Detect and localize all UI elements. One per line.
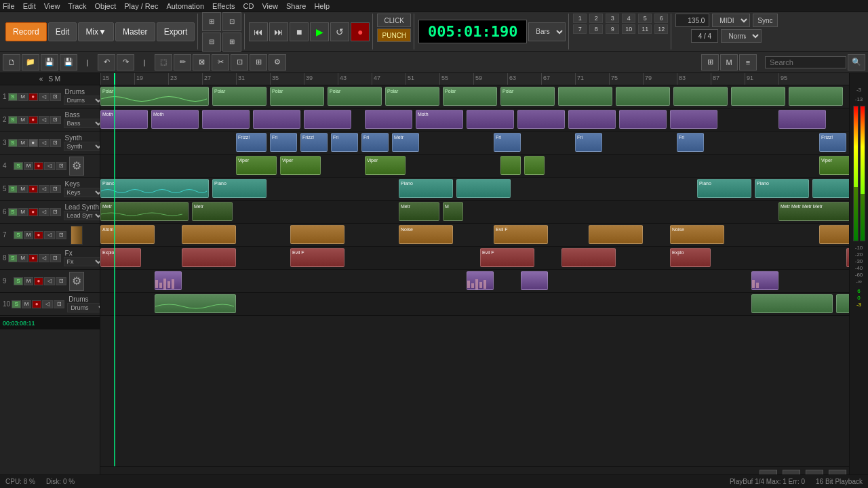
solo-btn-10[interactable]: S (12, 300, 21, 308)
some-btn3[interactable]: ⊟ (202, 33, 221, 52)
click-button[interactable]: CLICK (377, 14, 411, 27)
ch-btn-4[interactable]: 4 (622, 14, 635, 23)
clip-synth-8[interactable]: Fri (575, 133, 602, 152)
midi-select[interactable]: MIDI (712, 14, 750, 27)
record-btn-7[interactable]: ● (34, 231, 43, 239)
fx-btn-6[interactable]: ◁ (39, 208, 50, 216)
undo-button[interactable]: ↶ (98, 54, 115, 70)
fx-btn-1[interactable]: ◁ (39, 93, 50, 101)
clip-bass-5[interactable] (304, 110, 351, 129)
clip-drums-4[interactable]: Polar (328, 87, 382, 106)
clip-bass-9[interactable] (517, 110, 565, 129)
clip-synth-1[interactable]: Frizz! (236, 133, 267, 152)
clip-d10-3[interactable] (836, 294, 849, 313)
vol-btn-7[interactable]: ⊡ (56, 231, 66, 239)
solo-btn-7[interactable]: S (14, 231, 23, 239)
clip-9-4[interactable] (751, 271, 778, 290)
collapse-all-btn[interactable]: « (39, 75, 43, 83)
vol-btn-10[interactable]: ⊡ (54, 300, 64, 308)
clip-bass-12[interactable] (670, 110, 717, 129)
clip-drums-6[interactable]: Polar (443, 87, 497, 106)
track-lane-3[interactable]: Frizz! Fri Frizz! Fri Fri Metr F (100, 131, 849, 155)
stop-button[interactable]: ■ (290, 22, 309, 41)
clip-keys-4[interactable] (456, 179, 511, 198)
clip-drums-11[interactable] (731, 87, 785, 106)
mute-btn-6[interactable]: M (18, 208, 28, 216)
clip-synth-9[interactable]: Fri (677, 133, 704, 152)
clip-drums-1[interactable]: Polar (100, 87, 209, 106)
solo-btn-8[interactable]: S (8, 254, 18, 262)
clip-lead-4[interactable]: M (443, 202, 463, 221)
clip-drums-10[interactable] (673, 87, 728, 106)
clip-drums-8[interactable] (558, 87, 612, 106)
track-instrument-8[interactable]: Fx (64, 257, 100, 266)
clip-drums-2[interactable]: Polar (212, 87, 267, 106)
ch-btn-11[interactable]: 11 (638, 24, 652, 34)
record-transport-button[interactable]: ● (351, 22, 370, 41)
clip-keys-6[interactable]: Piano (755, 179, 809, 198)
rewind-button[interactable]: ⏮ (249, 22, 268, 41)
clip-bass-6[interactable] (365, 110, 412, 129)
ch-btn-5[interactable]: 5 (638, 14, 652, 23)
record-btn-6[interactable]: ● (28, 208, 38, 216)
menu-item-play[interactable]: Play / Rec (124, 2, 158, 10)
fx-btn-7[interactable]: ◁ (44, 231, 55, 239)
clip-7-6[interactable] (589, 225, 643, 244)
some-btn2[interactable]: ⊡ (222, 12, 241, 31)
clip-synth-7[interactable]: Fri (494, 133, 521, 152)
mute-btn-9[interactable]: M (24, 277, 33, 285)
vol-btn-9[interactable]: ⊡ (56, 277, 66, 285)
solo-btn-6[interactable]: S (8, 208, 18, 216)
copy-tool[interactable]: ⊡ (231, 54, 248, 70)
clip-4-2[interactable]: Viper (280, 156, 321, 175)
sync-button[interactable]: Sync (753, 14, 777, 27)
clip-7-5[interactable]: Evil F (494, 225, 548, 244)
track-lane-5[interactable]: Piano Piano Piano Piano Piano (100, 178, 849, 201)
clip-fx-4[interactable]: Evil F (480, 248, 534, 267)
snap-btn[interactable]: ≡ (739, 54, 757, 70)
menu-item-view[interactable]: View (44, 2, 60, 10)
track-instrument-3[interactable]: Synth (64, 142, 100, 151)
save2-button[interactable]: 💾 (60, 54, 77, 70)
clip-4-5[interactable] (524, 156, 545, 175)
cut-tool[interactable]: ✂ (212, 54, 229, 70)
clip-bass-8[interactable] (467, 110, 514, 129)
clip-lead-5[interactable]: Metr Metr Metr Metr (778, 202, 849, 221)
clip-bass-4[interactable] (253, 110, 300, 129)
mute-btn-10[interactable]: M (22, 300, 31, 308)
track-lane-9[interactable] (100, 270, 849, 293)
clip-keys-5[interactable]: Piano (697, 179, 751, 198)
clip-d10-2[interactable] (751, 294, 833, 313)
menu-item-track[interactable]: Track (68, 2, 86, 10)
clip-fx-3[interactable]: Evil F (290, 248, 344, 267)
clip-drums-3[interactable]: Polar (270, 87, 324, 106)
clip-7-7[interactable]: Noise (670, 225, 724, 244)
mix-button[interactable]: Mix ▼ (78, 22, 114, 41)
clip-bass-2[interactable]: Moth (151, 110, 199, 129)
track-lane-4[interactable]: Viper Viper Viper Viper Viper (100, 155, 849, 178)
clip-7-8[interactable] (819, 225, 849, 244)
clip-keys-7[interactable] (812, 179, 849, 198)
clip-synth-4[interactable]: Fri (331, 133, 358, 152)
track-instrument-6[interactable]: Lead Synth (64, 211, 100, 220)
mode-select[interactable]: Normal (721, 29, 762, 43)
open-button[interactable]: 📁 (22, 54, 39, 70)
clip-synth-3[interactable]: Frizz! (300, 133, 328, 152)
mute-btn-5[interactable]: M (18, 185, 28, 193)
record-btn-10[interactable]: ● (32, 300, 41, 308)
vol-btn-2[interactable]: ⊡ (50, 116, 61, 124)
punch-button[interactable]: PUNCH (377, 28, 411, 42)
clip-synth-10[interactable]: Frizz! (819, 133, 846, 152)
fx-btn-3[interactable]: ◁ (39, 139, 50, 147)
clip-synth-2[interactable]: Fri (270, 133, 297, 152)
record-btn-5[interactable]: ● (28, 185, 38, 193)
clip-bass-10[interactable] (568, 110, 616, 129)
clip-fx-7[interactable] (846, 248, 849, 267)
mute-btn-4[interactable]: M (24, 162, 33, 170)
ch-btn-10[interactable]: 10 (622, 24, 635, 34)
some-btn4[interactable]: ⊞ (222, 33, 241, 52)
clip-bass-11[interactable] (619, 110, 667, 129)
clip-drums-7[interactable]: Polar (500, 87, 555, 106)
menu-item-cd[interactable]: CD (243, 2, 254, 10)
track-instrument-2[interactable]: Bass (64, 119, 100, 128)
